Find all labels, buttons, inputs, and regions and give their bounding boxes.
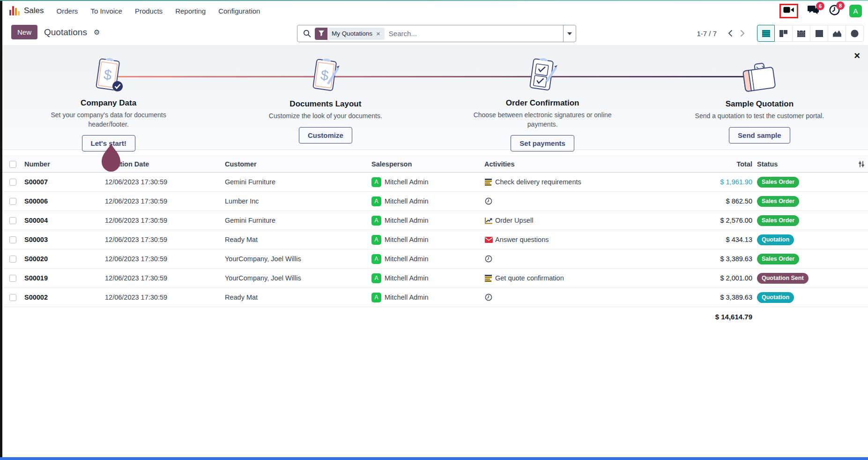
column-options-sliders-icon[interactable]	[848, 160, 868, 168]
activity-view-button[interactable]	[846, 25, 864, 42]
salesperson-avatar: A	[371, 177, 381, 187]
customize-button[interactable]: Customize	[299, 127, 352, 143]
activity-label: Order Upsell	[495, 217, 533, 224]
select-all-checkbox[interactable]	[9, 161, 16, 168]
search-bar: My Quotations ×	[297, 25, 576, 42]
table-row[interactable]: S00002 12/06/2023 17:30:59 Ready Mat A M…	[0, 288, 868, 307]
creation-date: 12/06/2023 17:30:59	[102, 217, 222, 224]
column-header-customer[interactable]: Customer	[222, 160, 369, 168]
search-dropdown-toggle[interactable]	[563, 25, 576, 42]
table-body: S00007 12/06/2023 17:30:59 Gemini Furnit…	[0, 173, 868, 307]
window-top-edge	[0, 0, 868, 1]
salesperson-avatar: A	[371, 196, 381, 206]
table-row[interactable]: S00004 12/06/2023 17:30:59 Gemini Furnit…	[0, 211, 868, 230]
row-checkbox[interactable]	[9, 179, 16, 186]
table-row[interactable]: S00003 12/06/2023 17:30:59 Ready Mat A M…	[0, 230, 868, 249]
list-view-button[interactable]	[757, 25, 775, 42]
activity-clock-icon[interactable]	[484, 255, 493, 263]
send-sample-button[interactable]: Send sample	[729, 127, 790, 143]
activities-tray-button[interactable]: 8	[829, 5, 840, 17]
table-row[interactable]: S00019 12/06/2023 17:30:59 YourCompany, …	[0, 269, 868, 288]
facet-remove-icon[interactable]: ×	[376, 30, 380, 37]
column-header-total[interactable]: Total	[665, 160, 754, 168]
column-header-salesperson[interactable]: Salesperson	[369, 160, 482, 168]
step-description: Send a quotation to test the customer po…	[684, 112, 834, 121]
activity-clock-icon[interactable]	[484, 197, 493, 205]
row-checkbox[interactable]	[9, 198, 16, 205]
video-camera-icon	[783, 6, 794, 15]
messages-tray-button[interactable]: 6	[808, 5, 820, 17]
step-title: Company Data	[81, 98, 136, 108]
menu-products[interactable]: Products	[135, 7, 163, 15]
activity-clock-icon[interactable]	[484, 294, 493, 301]
table-row[interactable]: S00007 12/06/2023 17:30:59 Gemini Furnit…	[0, 173, 868, 192]
activity-label: Get quote confirmation	[495, 274, 564, 282]
apps-menu-button[interactable]: Sales	[9, 6, 44, 15]
customer-name: Ready Mat	[222, 236, 369, 243]
search-icon	[303, 30, 311, 38]
table-row[interactable]: S00020 12/06/2023 17:30:59 YourCompany, …	[0, 249, 868, 269]
menu-configuration[interactable]: Configuration	[218, 7, 260, 15]
salesperson-name: Mitchell Admin	[385, 255, 428, 263]
company-data-icon: $	[92, 56, 125, 97]
salesperson-name: Mitchell Admin	[385, 274, 428, 282]
gear-icon[interactable]: ⚙	[94, 28, 100, 37]
activity-list-icon[interactable]	[484, 275, 493, 282]
quotation-number: S00004	[22, 217, 102, 224]
onboarding-step-company-data: $ Company Data Set your company's data f…	[0, 45, 217, 150]
order-total: $ 862.50	[665, 197, 754, 205]
row-checkbox[interactable]	[9, 236, 16, 243]
row-checkbox[interactable]	[9, 294, 16, 301]
creation-date: 12/06/2023 17:30:59	[102, 274, 222, 282]
pager-next-button[interactable]	[736, 28, 749, 39]
menu-reporting[interactable]: Reporting	[175, 7, 206, 15]
order-total: $ 3,389.63	[665, 294, 754, 301]
top-navbar: Sales Orders To Invoice Products Reporti…	[0, 0, 868, 22]
screen-record-highlight-box[interactable]	[779, 4, 798, 18]
table-footer-row: $ 14,614.79	[0, 307, 868, 326]
creation-date: 12/06/2023 17:30:59	[102, 236, 222, 243]
row-checkbox[interactable]	[9, 217, 16, 224]
facet-label: My Quotations	[332, 30, 372, 37]
new-button[interactable]: New	[11, 25, 37, 39]
table-row[interactable]: S00006 12/06/2023 17:30:59 Lumber Inc A …	[0, 192, 868, 211]
order-total: $ 434.13	[665, 236, 754, 243]
pager-range: 1-7 / 7	[697, 30, 717, 38]
graph-view-button[interactable]	[828, 25, 846, 42]
quotation-number: S00003	[22, 236, 102, 243]
messages-count-badge: 6	[816, 2, 824, 10]
customer-name: Ready Mat	[222, 294, 369, 301]
calendar-view-button[interactable]	[793, 25, 810, 42]
salesperson-name: Mitchell Admin	[385, 197, 428, 205]
user-avatar[interactable]: A	[849, 5, 862, 17]
step-title: Sample Quotation	[726, 99, 794, 109]
quotations-list: Number Creation Date Customer Salesperso…	[0, 156, 868, 326]
sample-quotation-icon	[739, 56, 779, 98]
creation-date: 12/06/2023 17:30:59	[102, 255, 222, 263]
row-checkbox[interactable]	[9, 275, 16, 282]
salesperson-name: Mitchell Admin	[385, 236, 428, 243]
activity-envelope-icon[interactable]	[484, 237, 493, 243]
column-header-activities[interactable]: Activities	[482, 160, 665, 168]
customer-name: Gemini Furniture	[222, 217, 369, 224]
pivot-view-button[interactable]	[810, 25, 828, 42]
search-facet-my-quotations[interactable]: My Quotations ×	[315, 28, 385, 40]
set-payments-button[interactable]: Set payments	[511, 135, 574, 151]
order-total: $ 1,961.90	[665, 178, 754, 186]
onboarding-banner: × $ Company Data Set	[0, 45, 868, 150]
step-title: Order Confirmation	[506, 98, 579, 108]
search-input[interactable]	[389, 30, 563, 38]
column-header-status[interactable]: Status	[754, 160, 848, 168]
kanban-view-button[interactable]	[775, 25, 793, 42]
odoo-sales-quotations-screen: Sales Orders To Invoice Products Reporti…	[0, 0, 868, 460]
activity-chart-icon[interactable]	[484, 217, 493, 224]
pager-previous-button[interactable]	[724, 28, 736, 39]
activity-list-icon[interactable]	[484, 179, 493, 186]
control-panel: New Quotations ⚙ My Quotations × 1-7 / 7	[0, 22, 868, 45]
sales-app-icon	[9, 6, 20, 15]
menu-to-invoice[interactable]: To Invoice	[90, 7, 122, 15]
row-checkbox[interactable]	[9, 256, 16, 263]
status-badge: Sales Order	[757, 254, 799, 264]
column-header-number[interactable]: Number	[22, 160, 102, 168]
menu-orders[interactable]: Orders	[57, 7, 78, 15]
